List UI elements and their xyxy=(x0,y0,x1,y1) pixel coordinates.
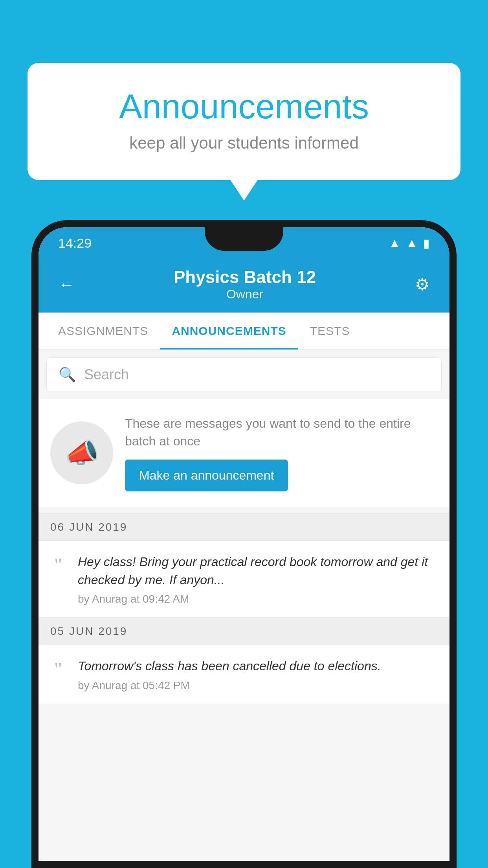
quote-icon-1: " xyxy=(46,553,70,575)
promo-description: These are messages you want to send to t… xyxy=(125,415,438,450)
back-button[interactable]: ← xyxy=(54,271,79,298)
promo-card: 📣 These are messages you want to send to… xyxy=(39,399,449,507)
megaphone-icon: 📣 xyxy=(65,437,99,469)
status-icons: ▲ ▲ ▮ xyxy=(389,236,430,250)
header-title: Physics Batch 12 xyxy=(174,267,316,287)
phone-frame: 14:29 ▲ ▲ ▮ ← Physics Batch 12 Owner ⚙ A… xyxy=(31,220,457,868)
promo-icon-circle: 📣 xyxy=(50,421,113,484)
battery-icon: ▮ xyxy=(423,236,430,250)
settings-button[interactable]: ⚙ xyxy=(411,271,434,298)
announcement-meta-1: by Anurag at 09:42 AM xyxy=(78,593,438,605)
status-time: 14:29 xyxy=(58,235,92,251)
status-bar: 14:29 ▲ ▲ ▮ xyxy=(39,227,449,259)
announcement-content-2: Tomorrow's class has been cancelled due … xyxy=(78,657,438,691)
speech-bubble-container: Announcements keep all your students inf… xyxy=(28,63,460,180)
tabs-bar: ASSIGNMENTS ANNOUNCEMENTS TESTS xyxy=(39,313,449,350)
tab-tests[interactable]: TESTS xyxy=(298,313,362,349)
date-separator-2: 05 JUN 2019 xyxy=(39,618,449,645)
app-header: ← Physics Batch 12 Owner ⚙ xyxy=(39,259,449,313)
announcement-text-1: Hey class! Bring your practical record b… xyxy=(78,553,438,589)
announcement-meta-2: by Anurag at 05:42 PM xyxy=(78,679,438,692)
search-bar[interactable]: 🔍 Search xyxy=(46,357,442,392)
content-area: 🔍 Search 📣 These are messages you want t… xyxy=(39,350,449,861)
header-center: Physics Batch 12 Owner xyxy=(174,267,316,302)
header-subtitle: Owner xyxy=(174,287,316,302)
bubble-title: Announcements xyxy=(59,86,429,127)
tab-assignments[interactable]: ASSIGNMENTS xyxy=(46,313,160,349)
announcement-item-2: " Tomorrow's class has been cancelled du… xyxy=(39,645,449,704)
bubble-subtitle: keep all your students informed xyxy=(59,134,429,153)
phone-screen: 14:29 ▲ ▲ ▮ ← Physics Batch 12 Owner ⚙ A… xyxy=(39,227,449,861)
announcement-content-1: Hey class! Bring your practical record b… xyxy=(78,553,438,606)
tab-announcements[interactable]: ANNOUNCEMENTS xyxy=(160,313,298,349)
signal-icon: ▲ xyxy=(406,236,418,250)
quote-icon-2: " xyxy=(46,657,70,679)
search-icon: 🔍 xyxy=(59,366,76,383)
search-placeholder: Search xyxy=(84,366,129,383)
speech-bubble: Announcements keep all your students inf… xyxy=(28,63,460,180)
announcement-text-2: Tomorrow's class has been cancelled due … xyxy=(78,657,438,675)
make-announcement-button[interactable]: Make an announcement xyxy=(125,460,288,491)
notch xyxy=(205,227,283,251)
promo-content: These are messages you want to send to t… xyxy=(125,415,438,491)
wifi-icon: ▲ xyxy=(389,236,401,250)
date-separator-1: 06 JUN 2019 xyxy=(39,513,449,541)
announcement-item-1: " Hey class! Bring your practical record… xyxy=(39,541,449,618)
